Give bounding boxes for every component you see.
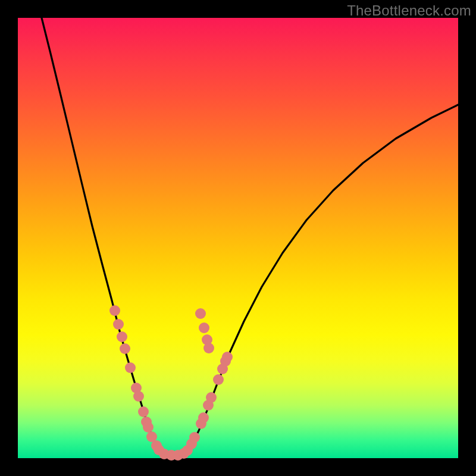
data-marker <box>109 305 120 316</box>
data-marker <box>195 308 206 319</box>
data-marker <box>222 352 233 362</box>
data-marker <box>213 374 224 385</box>
data-marker <box>133 391 144 402</box>
data-marker <box>203 343 214 353</box>
data-marker <box>113 319 124 330</box>
data-marker <box>198 412 209 423</box>
chart-svg <box>18 18 458 458</box>
data-marker <box>125 362 136 373</box>
data-marker <box>117 331 127 342</box>
data-marker <box>138 406 149 417</box>
data-marker <box>189 432 200 443</box>
data-marker <box>120 343 130 354</box>
bottleneck-curve <box>42 18 458 455</box>
curve-path <box>42 18 458 455</box>
chart-frame: TheBottleneck.com <box>0 0 476 476</box>
data-marker <box>206 392 217 403</box>
data-markers <box>109 305 233 461</box>
data-marker <box>143 422 154 433</box>
watermark-text: TheBottleneck.com <box>347 2 471 19</box>
data-marker <box>199 322 209 333</box>
